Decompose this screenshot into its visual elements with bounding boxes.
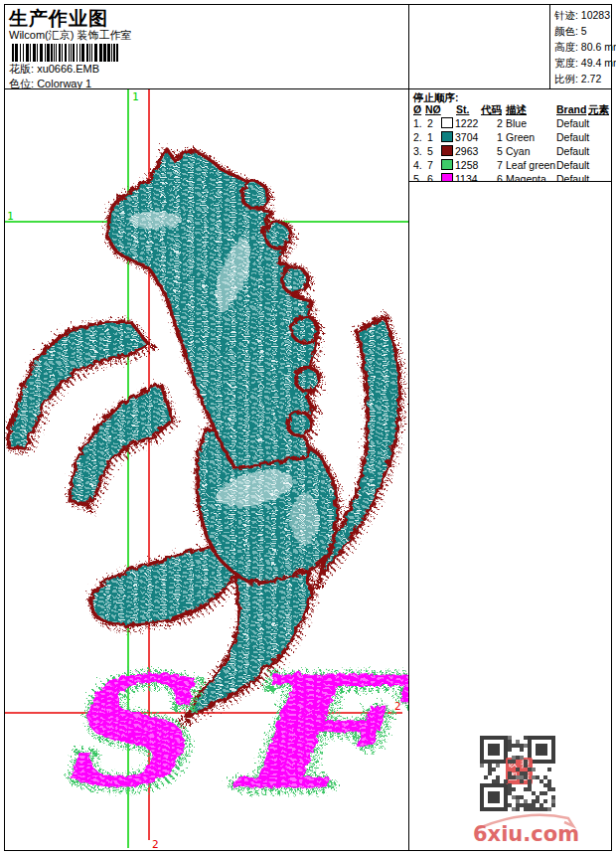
stitches-value: 10283 [581,9,610,21]
design-stats-box: 针迹: 10283 颜色: 5 高度: 80.6 mm 宽度: 49.4 mm … [549,4,612,89]
production-worksheet: 生产作业图 Wilcom(汇京) 装饰工作室 花版: xu0666.EMB 色位… [0,0,616,855]
guide-label-left: 1 [7,210,14,223]
letters-fill-stitches: S F [55,640,408,822]
thread-swatch [441,145,453,156]
col-desc: 描述 [506,103,527,117]
stitches-label: 针迹: [554,9,578,21]
letter-s: S [55,642,194,817]
scale-label: 比例: [554,73,578,85]
width-value: 49.4 mm [581,57,616,69]
colors-label: 颜色: [554,25,578,37]
thread-swatch [441,159,453,170]
software-name: Wilcom(汇京) 装饰工作室 [9,28,131,43]
design-barcode [12,44,121,62]
col-hash: Ø [413,103,421,115]
col-brand: Brand [556,103,586,115]
pattern-filename: xu0666.EMB [37,63,99,75]
guide-label-right: 2 [394,700,401,713]
thread-swatch [441,131,453,142]
header-empty-box [408,4,550,89]
col-st: St. [456,103,469,115]
thread-swatch [441,117,453,128]
height-label: 高度: [554,41,578,53]
height-value: 80.6 mm [581,41,616,53]
guide-label-top: 1 [132,90,139,103]
width-label: 宽度: [554,57,578,69]
stop-sequence-box: 停止顺序: Ø NØ St. 代码 描述 Brand 元素 1. 2 1222 … [408,88,612,182]
col-code: 代码 [481,103,502,117]
scale-value: 2.72 [581,73,601,85]
watermark-text: 6xiu.com [473,822,579,846]
col-n: NØ [425,103,441,115]
colors-value: 5 [581,25,587,37]
guide-label-bottom: 2 [152,838,159,850]
horse-fill-stitches [6,147,398,716]
embroidery-design: 1 1 2 2 S [5,89,408,850]
col-elem: 元素 [588,103,609,117]
qr-finder-top-left [480,736,508,764]
pattern-label: 花版: [9,63,34,75]
header-info-box: 生产作业图 Wilcom(汇京) 装饰工作室 花版: xu0666.EMB 色位… [4,4,409,89]
letter-f: F [221,640,408,822]
